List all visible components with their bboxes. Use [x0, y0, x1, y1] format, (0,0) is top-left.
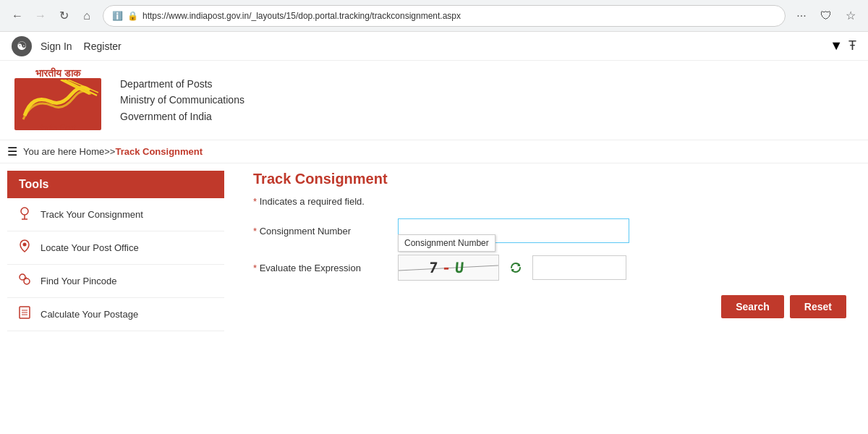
sidebar-header: Tools — [7, 171, 224, 198]
search-button[interactable]: Search — [721, 295, 784, 318]
hindi-text: भारतीय डाक — [14, 68, 101, 80]
main-layout: Tools Track Your Consignment Locate Your… — [0, 163, 868, 339]
url-text: https://www.indiapost.gov.in/_layouts/15… — [142, 11, 776, 21]
bookmark-button[interactable]: ☆ — [841, 6, 861, 26]
sidebar-item-label-track: Track Your Consignment — [41, 209, 143, 220]
account-icon: ☯ — [12, 36, 32, 56]
dept-line1: Department of Posts — [120, 76, 244, 92]
reload-button[interactable]: ↻ — [54, 6, 74, 26]
required-note: * Indicates a required field. — [253, 196, 846, 207]
consignment-number-row: * Consignment Number — [253, 218, 846, 243]
top-bar-right: ▼ Ŧ — [830, 38, 856, 54]
more-options-button[interactable]: ··· — [791, 6, 812, 26]
address-bar[interactable]: ℹ️ 🔒 https://www.indiapost.gov.in/_layou… — [103, 5, 786, 27]
captcha-tooltip: Consignment Number — [398, 234, 495, 252]
captcha-wrapper: Consignment Number 7-U — [398, 255, 499, 281]
reader-mode-button[interactable]: 🛡 — [816, 6, 836, 26]
home-button[interactable]: ⌂ — [77, 6, 97, 26]
breadcrumb-prefix: You are here Home>> — [23, 146, 115, 157]
consignment-label-text: Consignment Number — [260, 226, 351, 237]
sidebar-item-label-locate: Locate Your Post Office — [41, 242, 139, 253]
locate-post-office-icon — [16, 239, 33, 257]
page-title: Track Consignment — [253, 171, 846, 187]
captcha-image: 7-U — [398, 255, 499, 281]
reset-button[interactable]: Reset — [790, 295, 846, 318]
breadcrumb: ☰ You are here Home>> Track Consignment — [0, 140, 868, 163]
svg-point-6 — [23, 243, 27, 247]
captcha-input[interactable] — [532, 255, 626, 280]
captcha-text: 7-U — [428, 259, 469, 276]
sidebar-item-track-consignment[interactable]: Track Your Consignment — [7, 198, 224, 231]
logo-waves — [17, 80, 98, 127]
dept-line3: Government of India — [120, 109, 244, 124]
register-link[interactable]: Register — [84, 41, 122, 52]
sidebar-item-find-pincode[interactable]: Find Your Pincode — [7, 265, 224, 298]
sidebar-item-label-postage: Calculate Your Postage — [41, 309, 138, 320]
content-area: Track Consignment * Indicates a required… — [239, 171, 861, 331]
top-bar-links: Sign In Register — [41, 41, 122, 52]
required-note-text: Indicates a required field. — [260, 196, 365, 207]
asterisk-note: * — [253, 196, 257, 207]
sidebar-item-locate-post-office[interactable]: Locate Your Post Office — [7, 231, 224, 265]
captcha-row: Consignment Number 7-U — [398, 255, 626, 281]
info-icon: ℹ️ — [112, 11, 123, 21]
dept-line2: Ministry of Communications — [120, 92, 244, 108]
captcha-char2: U — [454, 259, 469, 276]
captcha-dash: - — [441, 259, 456, 276]
button-row: Search Reset — [253, 295, 846, 318]
svg-point-3 — [21, 208, 28, 215]
captcha-char1: 7 — [428, 259, 443, 276]
expression-label: * Evaluate the Expression — [253, 263, 398, 273]
browser-actions: ··· 🛡 ☆ — [791, 6, 861, 26]
sidebar-item-label-pincode: Find Your Pincode — [41, 276, 117, 286]
hamburger-icon[interactable]: ☰ — [7, 145, 17, 158]
india-post-logo: भारतीय डाक India Post — [14, 68, 109, 133]
india-post-label: India Post — [14, 123, 101, 132]
breadcrumb-current[interactable]: Track Consignment — [115, 146, 203, 157]
find-pincode-icon — [16, 272, 33, 290]
calculate-postage-icon — [16, 305, 33, 323]
sidebar: Tools Track Your Consignment Locate Your… — [7, 171, 224, 331]
expression-label-text: Evaluate the Expression — [260, 263, 361, 273]
captcha-refresh-button[interactable] — [505, 257, 527, 278]
nav-buttons: ← → ↻ ⌂ — [7, 6, 97, 26]
track-consignment-icon — [16, 205, 33, 224]
sign-in-link[interactable]: Sign In — [41, 41, 72, 52]
dept-info: Department of Posts Ministry of Communic… — [120, 76, 244, 124]
font-size-button[interactable]: Ŧ — [848, 38, 856, 54]
top-bar: ☯ Sign In Register ▼ Ŧ — [0, 32, 868, 61]
dropdown-icon[interactable]: ▼ — [830, 38, 843, 54]
browser-chrome: ← → ↻ ⌂ ℹ️ 🔒 https://www.indiapost.gov.i… — [0, 0, 868, 32]
consignment-label: * Consignment Number — [253, 226, 398, 237]
expression-row: * Evaluate the Expression Consignment Nu… — [253, 255, 846, 281]
forward-button[interactable]: → — [30, 6, 51, 26]
svg-point-8 — [24, 278, 30, 284]
back-button[interactable]: ← — [7, 6, 27, 26]
lock-icon: 🔒 — [127, 11, 138, 21]
header: भारतीय डाक India Post Department of Post… — [0, 61, 868, 140]
sidebar-item-calculate-postage[interactable]: Calculate Your Postage — [7, 298, 224, 331]
